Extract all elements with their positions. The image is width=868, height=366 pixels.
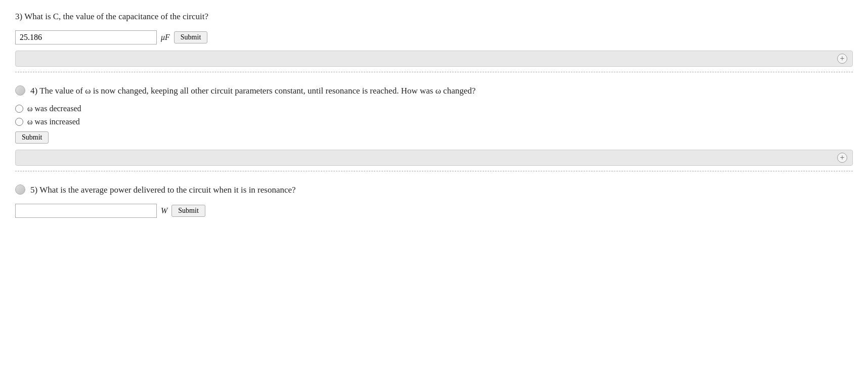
question-4-option-2: ω was increased: [15, 117, 853, 126]
question-5: 5) What is the average power delivered t…: [15, 184, 853, 218]
question-5-unit: W: [161, 206, 167, 215]
question-5-input[interactable]: [15, 204, 157, 218]
question-4-label-decreased: ω was decreased: [27, 104, 81, 113]
question-4-title-row: 4) The value of ω is now changed, keepin…: [15, 84, 853, 105]
question-4-submit[interactable]: Submit: [15, 131, 49, 144]
question-4-submit-row: Submit: [15, 131, 853, 144]
question-4-number: 4): [30, 86, 37, 96]
question-3: 3) What is C, the value of the capacitan…: [15, 10, 853, 72]
question-3-input-row: μF Submit: [15, 30, 853, 44]
question-3-expand-icon[interactable]: +: [837, 54, 847, 64]
question-4-divider: [15, 171, 853, 171]
question-3-text: What is C, the value of the capacitance …: [24, 12, 208, 21]
question-3-divider: [15, 72, 853, 72]
question-4-label-increased: ω was increased: [27, 117, 80, 126]
question-4-radio-decreased[interactable]: [15, 105, 23, 113]
question-3-number: 3): [15, 12, 22, 21]
question-3-input[interactable]: [15, 30, 157, 44]
question-5-title-row: 5) What is the average power delivered t…: [15, 184, 853, 204]
question-3-unit: μF: [161, 33, 170, 42]
question-5-submit[interactable]: Submit: [171, 205, 205, 217]
question-4-radio-increased[interactable]: [15, 118, 23, 126]
question-4-option-1: ω was decreased: [15, 104, 853, 113]
question-4-icon: [15, 85, 25, 96]
question-4-expand-icon[interactable]: +: [837, 153, 847, 163]
question-5-title: 5) What is the average power delivered t…: [30, 184, 296, 197]
question-4-title: 4) The value of ω is now changed, keepin…: [30, 84, 475, 98]
question-3-collapsible[interactable]: +: [15, 51, 853, 67]
question-4-collapsible[interactable]: +: [15, 150, 853, 166]
question-3-submit[interactable]: Submit: [174, 31, 207, 43]
question-4: 4) The value of ω is now changed, keepin…: [15, 84, 853, 172]
question-4-options: ω was decreased ω was increased: [15, 104, 853, 126]
question-4-text: The value of ω is now changed, keeping a…: [39, 86, 475, 96]
question-3-title: 3) What is C, the value of the capacitan…: [15, 10, 853, 23]
question-5-icon: [15, 185, 25, 195]
question-5-text: What is the average power delivered to t…: [39, 185, 296, 195]
question-5-input-row: W Submit: [15, 204, 853, 218]
question-5-number: 5): [30, 185, 37, 195]
